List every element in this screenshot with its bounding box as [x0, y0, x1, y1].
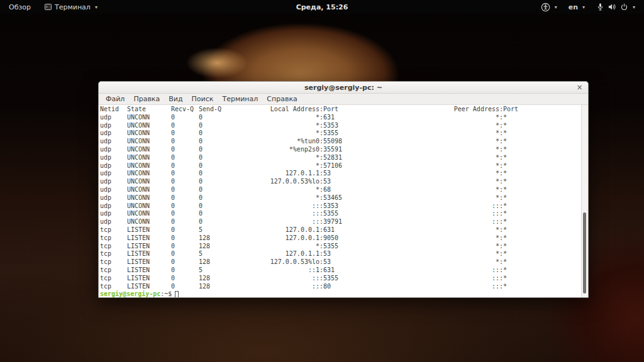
cell-local-address: *%enp2s0 — [226, 146, 319, 154]
menu-file[interactable]: Файл — [101, 94, 129, 104]
header-local-port: Port — [319, 106, 389, 114]
cell-state: UNCONN — [127, 129, 171, 138]
socket-table-header: Netid State Recv-Q Send-Q Local Address … — [100, 106, 588, 114]
cell-peer-address: :: — [389, 266, 499, 275]
cell-local-port: 53 — [319, 170, 389, 178]
cell-recvq: 0 — [171, 210, 199, 218]
cell-state: UNCONN — [127, 138, 171, 146]
cell-local-address: * — [226, 129, 319, 138]
cell-sendq: 0 — [199, 154, 226, 162]
cell-peer-port: * — [499, 210, 588, 218]
cell-local-address: 127.0.0.53%lo — [226, 258, 319, 266]
chevron-down-icon: ▾ — [555, 4, 557, 10]
cell-state: LISTEN — [127, 275, 171, 283]
cell-local-port: 35591 — [319, 146, 389, 154]
table-row: udp UNCONN 0 0 * 5355 * * — [100, 129, 588, 138]
cell-sendq: 0 — [199, 170, 226, 178]
cell-peer-port: * — [499, 162, 588, 170]
cell-sendq: 128 — [199, 234, 226, 243]
cell-local-port: 57106 — [319, 162, 389, 170]
shell-prompt[interactable]: sergiy@sergiy-pc:~$ — [100, 290, 588, 297]
cell-state: UNCONN — [127, 202, 171, 211]
close-button[interactable]: × — [575, 83, 584, 92]
cell-sendq: 0 — [199, 114, 226, 122]
cell-netid: udp — [100, 154, 127, 162]
cell-peer-port: * — [499, 194, 588, 202]
terminal-cursor — [175, 291, 179, 297]
cell-sendq: 0 — [199, 138, 226, 146]
socket-table-body: udp UNCONN 0 0 * 631 * * udp UNCONN 0 0 … — [100, 114, 588, 291]
cell-recvq: 0 — [171, 178, 199, 186]
cell-local-port: 80 — [319, 283, 389, 291]
terminal-screen[interactable]: Netid State Recv-Q Send-Q Local Address … — [99, 105, 588, 297]
menu-edit[interactable]: Правка — [129, 94, 164, 104]
cell-netid: udp — [100, 162, 127, 170]
cell-sendq: 0 — [199, 146, 226, 154]
language-menu[interactable]: en ▾ — [566, 2, 587, 13]
cell-local-address: :: — [226, 275, 319, 283]
cell-peer-port: * — [499, 283, 588, 291]
cell-peer-address: * — [389, 194, 499, 202]
cell-local-port: 55098 — [319, 138, 389, 146]
cell-recvq: 0 — [171, 258, 199, 266]
cell-local-address: * — [226, 194, 319, 202]
accessibility-icon — [541, 3, 550, 12]
cell-state: UNCONN — [127, 218, 171, 226]
header-recvq: Recv-Q — [171, 106, 199, 114]
cell-local-port: 5355 — [319, 210, 389, 218]
cell-local-port: 53 — [319, 178, 389, 186]
window-titlebar[interactable]: sergiy@sergiy-pc: ~ × — [99, 82, 588, 94]
table-row: udp UNCONN 0 0 * 68 * * — [100, 186, 588, 194]
cell-local-port: 631 — [319, 114, 389, 122]
cell-state: LISTEN — [127, 283, 171, 291]
cell-local-address: 127.0.0.1 — [226, 234, 319, 243]
menu-view[interactable]: Вид — [164, 94, 187, 104]
cell-peer-port: * — [499, 114, 588, 122]
cell-sendq: 0 — [199, 178, 226, 186]
cell-sendq: 5 — [199, 266, 226, 275]
cell-local-port: 5355 — [319, 243, 389, 251]
menu-terminal[interactable]: Терминал — [218, 94, 262, 104]
scrollbar-thumb[interactable] — [583, 212, 586, 293]
cell-recvq: 0 — [171, 234, 199, 243]
cell-netid: udp — [100, 129, 127, 138]
cell-sendq: 5 — [199, 250, 226, 258]
cell-state: UNCONN — [127, 194, 171, 202]
menu-help[interactable]: Справка — [262, 94, 301, 104]
cell-state: UNCONN — [127, 162, 171, 170]
cell-local-address: * — [226, 122, 319, 130]
cell-recvq: 0 — [171, 202, 199, 211]
cell-peer-port: * — [499, 226, 588, 234]
volume-icon — [608, 3, 617, 11]
cell-peer-port: * — [499, 218, 588, 226]
cell-peer-address: * — [389, 178, 499, 186]
cell-peer-port: * — [499, 258, 588, 266]
accessibility-menu[interactable]: ▾ — [538, 1, 560, 13]
cell-recvq: 0 — [171, 218, 199, 226]
chevron-down-icon: ▾ — [633, 4, 635, 10]
cell-recvq: 0 — [171, 226, 199, 234]
cell-state: LISTEN — [127, 243, 171, 251]
chevron-down-icon: ▾ — [582, 4, 585, 10]
cell-peer-port: * — [499, 138, 588, 146]
cell-sendq: 0 — [199, 186, 226, 194]
menu-search[interactable]: Поиск — [187, 94, 218, 104]
cell-state: UNCONN — [127, 178, 171, 186]
cell-peer-port: * — [499, 129, 588, 138]
cell-netid: udp — [100, 218, 127, 226]
cell-local-address: * — [226, 162, 319, 170]
cell-local-port: 53 — [319, 250, 389, 258]
table-row: udp UNCONN 0 0 * 52831 * * — [100, 154, 588, 162]
system-menu[interactable]: ▾ — [594, 1, 638, 13]
cell-peer-port: * — [499, 170, 588, 178]
cell-netid: udp — [100, 138, 127, 146]
cell-netid: tcp — [100, 275, 127, 283]
cell-local-address: :: — [226, 210, 319, 218]
cell-peer-port: * — [499, 154, 588, 162]
cell-peer-address: * — [389, 114, 499, 122]
cell-peer-port: * — [499, 122, 588, 130]
terminal-scrollbar[interactable] — [581, 105, 588, 297]
cell-local-port: 5353 — [319, 122, 389, 130]
cell-local-port: 5355 — [319, 275, 389, 283]
cell-state: LISTEN — [127, 234, 171, 243]
